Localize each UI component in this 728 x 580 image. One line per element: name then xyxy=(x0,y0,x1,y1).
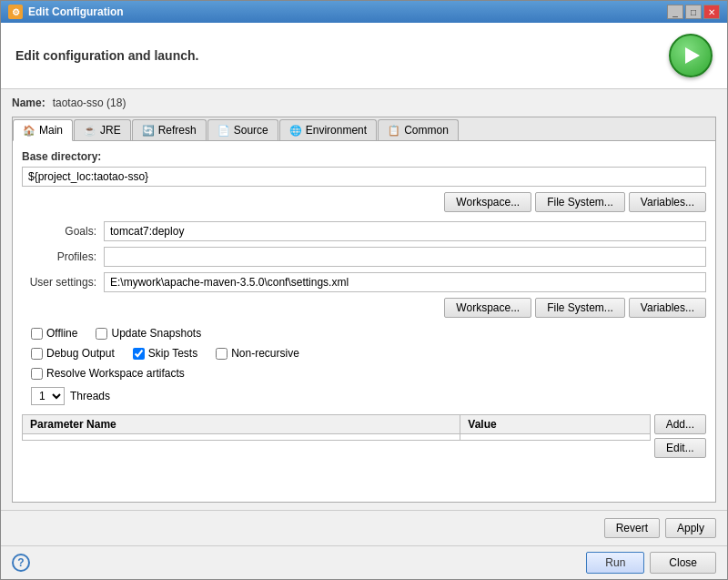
file-system-button-2[interactable]: File System... xyxy=(535,298,625,318)
close-button[interactable]: Close xyxy=(650,552,716,574)
tab-jre-label: JRE xyxy=(100,124,121,137)
resolve-workspace-checkbox[interactable] xyxy=(31,368,43,380)
name-label: Name: xyxy=(12,97,46,109)
update-snapshots-label: Update Snapshots xyxy=(111,327,201,340)
update-snapshots-checkbox[interactable] xyxy=(96,328,107,340)
table-row xyxy=(23,434,651,441)
tab-refresh[interactable]: 🔄 Refresh xyxy=(132,119,207,140)
window-title: Edit Configuration xyxy=(28,5,124,18)
param-name-cell xyxy=(23,434,460,441)
resolve-workspace-label: Resolve Workspace artifacts xyxy=(46,367,185,380)
skip-tests-label: Skip Tests xyxy=(148,347,197,360)
user-settings-button-row: Workspace... File System... Variables... xyxy=(22,298,706,318)
variables-button-2[interactable]: Variables... xyxy=(629,298,706,318)
param-col1-header: Parameter Name xyxy=(23,415,460,434)
env-tab-icon: 🌐 xyxy=(289,125,302,137)
run-button[interactable]: Run xyxy=(586,552,644,574)
param-value-cell xyxy=(460,434,650,441)
bottom-buttons: Revert Apply xyxy=(1,510,727,545)
tab-jre[interactable]: ☕ JRE xyxy=(74,119,131,140)
threads-select[interactable]: 1 2 4 xyxy=(31,387,65,405)
common-tab-icon: 📋 xyxy=(388,125,400,137)
add-edit-btn-col: Add... Edit... xyxy=(654,414,706,458)
name-value: taotao-sso (18) xyxy=(53,97,126,109)
page-title: Edit configuration and launch. xyxy=(15,48,198,63)
window-icon: ⚙ xyxy=(8,5,23,19)
variables-button-1[interactable]: Variables... xyxy=(629,192,706,212)
tab-environment[interactable]: 🌐 Environment xyxy=(279,119,377,140)
title-bar-controls: _ □ ✕ xyxy=(667,5,720,19)
offline-checkbox[interactable] xyxy=(31,328,43,340)
profiles-input[interactable] xyxy=(104,247,706,267)
param-table-area: Parameter Name Value xyxy=(22,414,706,458)
debug-output-checkbox-item[interactable]: Debug Output xyxy=(31,347,115,360)
main-tab-icon: 🏠 xyxy=(23,125,35,137)
user-settings-row: User settings: xyxy=(22,272,706,292)
tabs-header: 🏠 Main ☕ JRE 🔄 Refresh 📄 Source 🌐 xyxy=(13,117,715,141)
offline-checkbox-item[interactable]: Offline xyxy=(31,327,77,340)
tab-environment-label: Environment xyxy=(306,124,367,137)
apply-button[interactable]: Apply xyxy=(665,518,716,538)
refresh-tab-icon: 🔄 xyxy=(142,125,155,137)
param-table: Parameter Name Value xyxy=(22,414,651,441)
title-bar-left: ⚙ Edit Configuration xyxy=(8,5,124,19)
file-system-button-1[interactable]: File System... xyxy=(535,192,625,212)
update-snapshots-checkbox-item[interactable]: Update Snapshots xyxy=(96,327,201,340)
revert-button[interactable]: Revert xyxy=(604,518,660,538)
source-tab-icon: 📄 xyxy=(217,125,230,137)
checkbox-group-1: Offline Update Snapshots xyxy=(22,327,706,340)
non-recursive-label: Non-recursive xyxy=(231,347,299,360)
offline-label: Offline xyxy=(46,327,77,340)
tab-source[interactable]: 📄 Source xyxy=(207,119,278,140)
tab-source-label: Source xyxy=(234,124,268,137)
workspace-button-1[interactable]: Workspace... xyxy=(444,192,531,212)
non-recursive-checkbox-item[interactable]: Non-recursive xyxy=(216,347,299,360)
checkbox-group-2: Debug Output Skip Tests Non-recursive xyxy=(22,347,706,360)
title-bar: ⚙ Edit Configuration _ □ ✕ xyxy=(1,1,727,23)
debug-output-label: Debug Output xyxy=(46,347,115,360)
footer-bar: ? Run Close xyxy=(1,545,727,579)
run-circle-button[interactable] xyxy=(669,34,713,77)
goals-row: Goals: xyxy=(22,221,706,241)
goals-label: Goals: xyxy=(22,225,104,238)
tab-content-main: Base directory: Workspace... File System… xyxy=(13,141,715,502)
help-button[interactable]: ? xyxy=(12,554,30,572)
play-icon xyxy=(685,47,700,64)
tab-main-label: Main xyxy=(39,124,63,137)
threads-label: Threads xyxy=(70,390,110,402)
user-settings-label: User settings: xyxy=(22,276,104,289)
param-col2-header: Value xyxy=(460,415,650,434)
debug-output-checkbox[interactable] xyxy=(31,348,43,360)
param-table-wrapper: Parameter Name Value xyxy=(22,414,651,458)
tabs-panel: 🏠 Main ☕ JRE 🔄 Refresh 📄 Source 🌐 xyxy=(12,117,716,503)
footer-right: Run Close xyxy=(586,552,716,574)
close-window-button[interactable]: ✕ xyxy=(703,5,720,19)
profiles-label: Profiles: xyxy=(22,250,104,263)
base-directory-input[interactable] xyxy=(22,167,706,187)
base-dir-button-row: Workspace... File System... Variables... xyxy=(22,192,706,212)
main-window: ⚙ Edit Configuration _ □ ✕ Edit configur… xyxy=(0,0,728,580)
edit-button[interactable]: Edit... xyxy=(654,438,706,458)
base-dir-label: Base directory: xyxy=(22,150,706,163)
tab-main[interactable]: 🏠 Main xyxy=(13,119,73,141)
content-area: Name: taotao-sso (18) 🏠 Main ☕ JRE 🔄 Ref… xyxy=(1,89,727,510)
tab-common[interactable]: 📋 Common xyxy=(378,119,459,140)
tab-refresh-label: Refresh xyxy=(158,124,197,137)
header-area: Edit configuration and launch. xyxy=(1,23,727,89)
threads-row: 1 2 4 Threads xyxy=(22,387,706,405)
resolve-workspace-checkbox-item[interactable]: Resolve Workspace artifacts xyxy=(31,367,185,380)
workspace-button-2[interactable]: Workspace... xyxy=(444,298,531,318)
checkbox-group-3: Resolve Workspace artifacts xyxy=(22,367,706,380)
maximize-button[interactable]: □ xyxy=(685,5,702,19)
profiles-row: Profiles: xyxy=(22,247,706,267)
name-row: Name: taotao-sso (18) xyxy=(12,97,716,109)
skip-tests-checkbox-item[interactable]: Skip Tests xyxy=(133,347,197,360)
minimize-button[interactable]: _ xyxy=(667,5,683,19)
tab-common-label: Common xyxy=(404,124,449,137)
skip-tests-checkbox[interactable] xyxy=(133,348,145,360)
user-settings-input[interactable] xyxy=(104,272,706,292)
goals-input[interactable] xyxy=(104,221,706,241)
jre-tab-icon: ☕ xyxy=(84,125,96,137)
non-recursive-checkbox[interactable] xyxy=(216,348,228,360)
add-button[interactable]: Add... xyxy=(654,414,706,434)
